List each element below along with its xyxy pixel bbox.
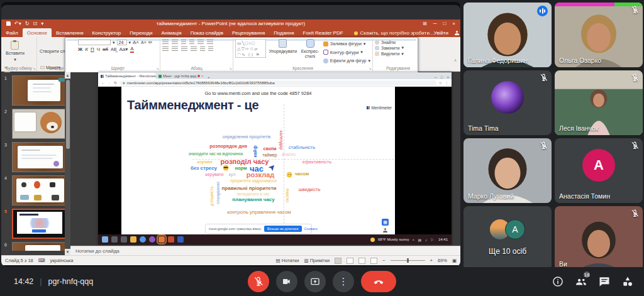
mic-off-button[interactable] [248,271,269,292]
participant-tile-5[interactable]: Марко Луговий [464,138,552,203]
slide-thumbnail-2[interactable]: 2 [4,109,68,139]
taskbar-app-icon[interactable] [149,236,155,243]
participant-tile-6[interactable]: ААнастасія Томин [555,138,643,203]
slideshow-icon[interactable]: ⊡ [33,21,37,26]
current-slide[interactable]: Таймменеджмент - Mentimeter× Meet - pgr-… [98,72,452,244]
shape-fill-button[interactable]: Заливка фігури ▾ [323,41,370,47]
participant-tile-2[interactable]: Ольга Озарко [555,3,643,67]
decrease-indent-icon[interactable] [181,40,186,45]
chat-button[interactable] [598,275,611,288]
notes-pane[interactable]: Нотатки до слайда [70,246,460,255]
char-spacing-icon[interactable]: АВ̲ [111,47,116,52]
undo-icon[interactable]: ↶▾ [14,21,21,26]
slide-thumbnail-4[interactable]: 4 [4,175,68,206]
sign-in-link[interactable]: Увійти [434,30,448,36]
normal-view-icon[interactable] [335,258,341,264]
menti-profile-icon[interactable] [382,227,389,234]
customize-qat-icon[interactable]: ▾ [41,21,43,26]
end-call-button[interactable] [361,271,396,292]
numbering-icon[interactable] [172,40,178,45]
minimize-button[interactable]: ─ [433,21,437,26]
language-indicator[interactable]: українська [50,258,74,263]
scroll-up-icon[interactable]: ▲ [65,72,70,79]
restore-button[interactable]: □ [443,21,446,26]
taskbar-task-view-icon[interactable] [121,236,127,243]
stop-sharing-button[interactable]: Більше не ділитися [264,226,302,232]
slide-sorter-view-icon[interactable] [347,258,353,264]
collapse-ribbon-icon[interactable]: ˄ [454,58,457,63]
shape-outline-button[interactable]: Контур фігури ▾ [323,50,370,55]
zoom-level[interactable]: 69% [438,258,447,263]
reload-icon[interactable]: ↻ [114,80,117,85]
clipboard-dialog-launcher[interactable]: ↘ [33,66,36,70]
scrollbar-thumb[interactable] [66,80,70,149]
participant-tile-1[interactable]: Галина Федоришин [464,3,552,67]
tab-close-icon[interactable]: × [201,74,204,78]
taskbar-folder-icon[interactable] [130,236,136,243]
ppt-tab-9[interactable]: Foxit Reader PDF [299,28,348,37]
font-name-box[interactable] [78,40,111,45]
strike-button[interactable]: аб [103,47,108,52]
browser-menu-icon[interactable]: ⋮ [445,80,448,85]
share-button[interactable]: Спільний доступ [455,30,460,36]
info-button[interactable] [552,275,564,288]
notes-toggle[interactable]: ▤ Нотатки [276,258,299,263]
people-button[interactable]: 18 [575,275,587,288]
paragraph-dialog-launcher[interactable]: ↘ [229,66,232,70]
align-center-icon[interactable] [172,47,178,52]
align-right-icon[interactable] [181,47,187,52]
thumbnail-scrollbar[interactable]: ▲ ▼ [65,72,70,255]
change-case-icon[interactable]: Аа▾ [119,47,128,52]
find-button[interactable]: Знайти [375,40,421,45]
slide-thumbnail-1[interactable]: 1 [4,75,68,106]
justify-icon[interactable] [191,47,197,52]
smartart-icon[interactable] [208,47,213,52]
shapes-gallery[interactable]: ▭╲□○□△▽⇨☆▱◠∿（）✳ [235,39,266,58]
comments-toggle[interactable]: ▥ Примітки [304,258,330,263]
line-spacing-icon[interactable] [197,40,204,45]
taskbar-word-icon[interactable] [177,236,184,243]
system-tray-icons[interactable]: ˄ ▤ ♪ ⚐ [412,238,435,242]
quick-access-toolbar[interactable]: ↶▾ ↻ ⊡ ▾ [6,21,43,26]
close-button[interactable]: × [452,21,455,26]
taskbar-start-icon[interactable] [102,236,108,243]
underline-button[interactable]: П [91,47,94,52]
menti-app-icon[interactable]: ▦ [382,219,389,226]
font-color-icon[interactable]: А [130,46,133,53]
paste-button[interactable]: Вставити▾ [3,39,27,64]
participant-tile-7[interactable]: AЩе 10 осіб [464,206,552,271]
zoom-out-icon[interactable]: − [382,258,385,263]
redo-icon[interactable]: ↻ [25,21,30,26]
fit-to-window-icon[interactable]: ▣ [452,258,457,263]
font-size-box[interactable]: 24 [117,40,127,45]
clear-format-icon[interactable]: ✏ [148,40,153,45]
replace-button[interactable]: Замінити ▾ [375,45,421,50]
ppt-tab-6[interactable]: Показ слайдів [186,28,228,37]
activities-button[interactable] [621,275,634,288]
arrange-button[interactable]: Упорядкувати [269,39,297,54]
ribbon-options-icon[interactable]: ⊞ [423,21,427,26]
save-icon[interactable] [6,21,11,26]
ppt-tab-1[interactable]: Основне [23,28,52,37]
tell-me-box[interactable]: Скажіть, що потрібно зробити... [354,30,434,37]
slideshow-view-icon[interactable] [370,258,377,264]
text-direction-icon[interactable] [207,40,213,45]
camera-button[interactable] [276,271,297,292]
bookmark-star-icon[interactable]: ☆ [439,80,442,85]
italic-button[interactable]: К [85,47,88,52]
participant-tile-3[interactable]: Tima Tima [464,70,552,135]
browser-tab-meet[interactable]: Meet - pgr-hnfq-qqq × [156,73,205,79]
scroll-down-icon[interactable]: ▼ [65,249,70,255]
new-slide-button[interactable]: Створити слайд [39,39,73,64]
ppt-tab-7[interactable]: Рецензування [228,28,269,37]
slide-thumbnail-6[interactable]: 6 [4,242,68,251]
zoom-in-icon[interactable]: + [430,258,433,263]
bullets-icon[interactable] [162,40,169,45]
present-button[interactable] [304,271,326,292]
select-button[interactable]: Виділити ▾ [375,52,421,57]
increase-indent-icon[interactable] [189,40,194,45]
columns-icon[interactable] [200,47,205,52]
participant-tile-8[interactable]: Ви [555,206,643,271]
taskbar-chrome-icon[interactable] [140,236,146,243]
ppt-tab-4[interactable]: Переходи [125,28,157,37]
